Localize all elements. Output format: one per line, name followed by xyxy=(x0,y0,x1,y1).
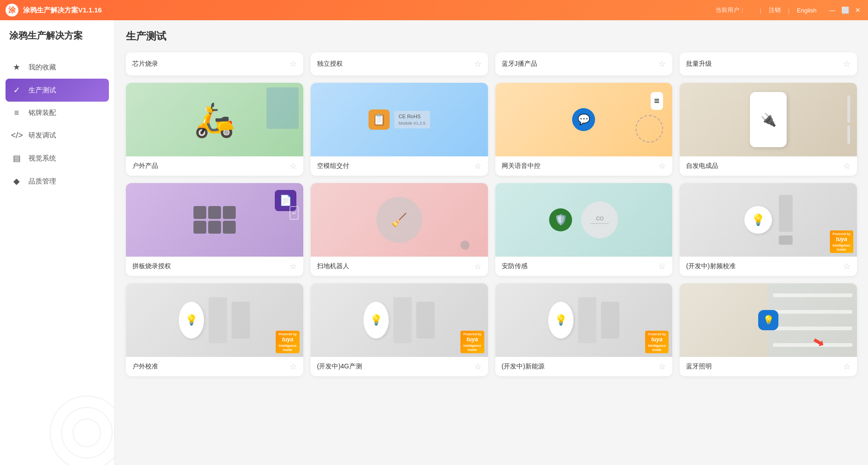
sidebar-item-quality[interactable]: ◆ 品质管理 xyxy=(0,170,114,193)
window-controls: — ⬜ ✕ xyxy=(828,6,862,15)
right-controls: 当前用户： | 注销 | English — ⬜ ✕ xyxy=(715,6,862,15)
user-label: 当前用户： xyxy=(715,6,745,14)
card-image: 💬 ≡ xyxy=(495,83,673,156)
card-image: 💡 Powered by tuya IntelligenceInside xyxy=(495,283,673,357)
favorite-star[interactable]: ☆ xyxy=(289,261,297,271)
card-footer: 扫地机器人 ☆ xyxy=(311,257,488,276)
title-bar: 涂 涂鸦生产解决方案V1.1.16 当前用户： | 注销 | English —… xyxy=(0,0,868,20)
card-footer: 自发电成品 ☆ xyxy=(680,156,857,176)
sidebar-item-dev-debug[interactable]: </> 研发调试 xyxy=(0,124,114,147)
favorite-star[interactable]: ☆ xyxy=(843,59,851,69)
card-footer: (开发中)射频校准 ☆ xyxy=(680,257,857,276)
card-image: 💡 Powered by tuya IntelligenceInside xyxy=(680,183,857,257)
app-title: 涂鸦生产解决方案V1.1.16 xyxy=(23,6,715,15)
favorite-star[interactable]: ☆ xyxy=(289,161,297,171)
card-image: 🧹 xyxy=(311,183,488,257)
card-image: 📄 ↩ xyxy=(126,183,303,257)
minimize-button[interactable]: — xyxy=(828,6,837,15)
card-bt-lighting[interactable]: 💡 ➡ 蓝牙照明 ☆ xyxy=(680,283,857,376)
sidebar-item-label: 品质管理 xyxy=(28,177,56,186)
vision-icon: ▤ xyxy=(11,153,22,163)
sidebar: 涂鸦生产解决方案 ★ 我的收藏 ✓ 生产测试 ≡ 铭牌装配 </> 研发调试 ▤… xyxy=(0,20,115,465)
card-image: 🛵 xyxy=(126,83,303,156)
favorite-star[interactable]: ☆ xyxy=(658,59,666,69)
check-icon: ✓ xyxy=(11,85,22,95)
favorite-star[interactable]: ☆ xyxy=(474,161,482,171)
card-image: 💡 Powered by tuya IntelligenceInside xyxy=(311,283,488,357)
favorite-star[interactable]: ☆ xyxy=(658,261,666,271)
card-footer: 蓝牙照明 ☆ xyxy=(680,357,857,376)
main-layout: 涂鸦生产解决方案 ★ 我的收藏 ✓ 生产测试 ≡ 铭牌装配 </> 研发调试 ▤… xyxy=(0,20,868,465)
card-rf-calibrate[interactable]: 💡 Powered by tuya IntelligenceInside xyxy=(680,183,857,276)
card-grid: 🛵 户外产品 ☆ 📋 CE RoHS Module V1.2.5 xyxy=(126,83,857,376)
card-name: 批量升级 xyxy=(686,60,712,68)
card-image: 🛡️ CO xyxy=(495,183,673,257)
card-name: 扫地机器人 xyxy=(317,262,349,270)
star-icon: ★ xyxy=(11,62,22,72)
card-name: 安防传感 xyxy=(502,262,528,270)
favorite-star[interactable]: ☆ xyxy=(474,261,482,271)
card-name: 独立授权 xyxy=(317,60,343,68)
card-name: (开发中)新能源 xyxy=(502,362,545,371)
sidebar-item-label: 铭牌装配 xyxy=(28,109,56,117)
card-footer: 拼板烧录授权 ☆ xyxy=(126,257,303,276)
sidebar-item-favorites[interactable]: ★ 我的收藏 xyxy=(0,56,114,79)
sidebar-item-production-test[interactable]: ✓ 生产测试 xyxy=(6,79,109,102)
card-chip-burn[interactable]: 芯片烧录 ☆ xyxy=(126,52,303,75)
sidebar-item-label: 生产测试 xyxy=(28,86,56,95)
logout-button[interactable]: 注销 xyxy=(769,6,781,14)
card-image: 💡 ➡ xyxy=(680,283,857,357)
card-new-energy[interactable]: 💡 Powered by tuya IntelligenceInside (开发… xyxy=(495,283,673,376)
favorite-star[interactable]: ☆ xyxy=(843,261,851,271)
card-name: (开发中)4G产测 xyxy=(317,362,362,371)
card-image: 📋 CE RoHS Module V1.2.5 xyxy=(311,83,488,156)
favorite-star[interactable]: ☆ xyxy=(658,161,666,171)
card-name: 网关语音中控 xyxy=(502,162,540,170)
card-bt-speaker[interactable]: 蓝牙J播产品 ☆ xyxy=(495,52,673,75)
card-footer: 网关语音中控 ☆ xyxy=(495,156,673,176)
favorite-star[interactable]: ☆ xyxy=(474,59,482,69)
close-button[interactable]: ✕ xyxy=(853,6,862,15)
favorite-star[interactable]: ☆ xyxy=(289,59,297,69)
maximize-button[interactable]: ⬜ xyxy=(840,6,850,15)
favorite-star[interactable]: ☆ xyxy=(289,362,297,372)
card-standalone-auth[interactable]: 独立授权 ☆ xyxy=(311,52,488,75)
sidebar-item-label: 视觉系统 xyxy=(28,154,56,163)
partial-row: 芯片烧录 ☆ 独立授权 ☆ 蓝牙J播产品 ☆ 批量升级 ☆ xyxy=(126,52,857,75)
favorite-star[interactable]: ☆ xyxy=(843,362,851,372)
card-self-powered[interactable]: 🔌 自发电成品 ☆ xyxy=(680,83,857,176)
sidebar-item-vision[interactable]: ▤ 视觉系统 xyxy=(0,147,114,170)
app-logo: 涂 xyxy=(6,4,18,17)
favorite-star[interactable]: ☆ xyxy=(658,362,666,372)
card-security-sensor[interactable]: 🛡️ CO 安防传感 ☆ xyxy=(495,183,673,276)
card-footer: 户外校准 ☆ xyxy=(126,357,303,376)
card-outdoor-product[interactable]: 🛵 户外产品 ☆ xyxy=(126,83,303,176)
card-name: 芯片烧录 xyxy=(132,60,158,68)
sidebar-item-label: 研发调试 xyxy=(28,131,56,140)
card-image: 💡 Powered by tuya IntelligenceInside xyxy=(126,283,303,357)
card-gateway-voice[interactable]: 💬 ≡ 网关语音中控 ☆ xyxy=(495,83,673,176)
card-name: 户外产品 xyxy=(132,162,158,170)
card-footer: (开发中)4G产测 ☆ xyxy=(311,357,488,376)
card-4g-prod[interactable]: 💡 Powered by tuya IntelligenceInside (开发… xyxy=(311,283,488,376)
favorite-star[interactable]: ☆ xyxy=(843,161,851,171)
language-button[interactable]: English xyxy=(797,7,817,14)
content-area: 生产测试 芯片烧录 ☆ 独立授权 ☆ 蓝牙J播产品 ☆ 批量升级 ☆ xyxy=(115,20,868,465)
sidebar-item-nameplate[interactable]: ≡ 铭牌装配 xyxy=(0,102,114,124)
card-outdoor-calibrate[interactable]: 💡 Powered by tuya IntelligenceInside 户外校… xyxy=(126,283,303,376)
card-name: 蓝牙照明 xyxy=(686,362,712,371)
card-sweeper-robot[interactable]: 🧹 扫地机器人 ☆ xyxy=(311,183,488,276)
card-footer: 户外产品 ☆ xyxy=(126,156,303,176)
card-name: 自发电成品 xyxy=(686,162,718,170)
card-footer: 安防传感 ☆ xyxy=(495,257,673,276)
favorite-star[interactable]: ☆ xyxy=(474,362,482,372)
card-footer: 空模组交付 ☆ xyxy=(311,156,488,176)
card-panel-burn[interactable]: 📄 ↩ 拼板烧录授权 ☆ xyxy=(126,183,303,276)
card-empty-module[interactable]: 📋 CE RoHS Module V1.2.5 空模组交付 ☆ xyxy=(311,83,488,176)
sidebar-item-label: 我的收藏 xyxy=(28,63,56,72)
card-name: (开发中)射频校准 xyxy=(686,262,735,270)
card-name: 蓝牙J播产品 xyxy=(502,60,537,68)
card-batch-upgrade[interactable]: 批量升级 ☆ xyxy=(680,52,857,75)
card-name: 空模组交付 xyxy=(317,162,349,170)
card-footer: (开发中)新能源 ☆ xyxy=(495,357,673,376)
